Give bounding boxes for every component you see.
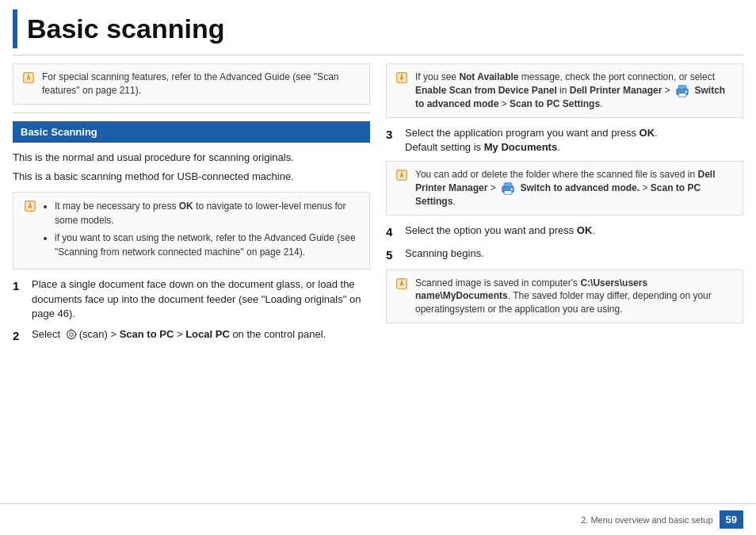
pencil-icon-3 xyxy=(395,71,409,87)
section-header: Basic Scanning xyxy=(13,121,370,143)
step-5-text: Scanning begins. xyxy=(405,246,484,261)
pencil-icon xyxy=(21,71,36,87)
left-column: For special scanning features, refer to … xyxy=(13,63,370,350)
step-3-row: 3 Select the application program you wan… xyxy=(386,126,743,155)
step-1-text: Place a single document face down on the… xyxy=(32,277,370,321)
step-2-number: 2 xyxy=(13,327,25,344)
bottom-bar: 2. Menu overview and basic setup 59 xyxy=(0,503,756,535)
intro-text-1: This is the normal and usual procedure f… xyxy=(13,151,370,165)
printer-icon-2 xyxy=(500,182,516,195)
svg-rect-17 xyxy=(504,183,512,187)
bullet-note-box: It may be necessary to press OK to navig… xyxy=(13,192,370,269)
right-column: If you see Not Available message, check … xyxy=(386,63,743,350)
printer-icon-1 xyxy=(674,85,690,97)
section-divider xyxy=(13,113,370,113)
svg-rect-18 xyxy=(504,190,512,194)
bullet-item-1: It may be necessary to press OK to navig… xyxy=(55,199,360,227)
svg-point-19 xyxy=(511,188,513,189)
right-note2: You can add or delete the folder where t… xyxy=(386,161,743,215)
step-5-row: 5 Scanning begins. xyxy=(386,246,743,263)
step-3-number: 3 xyxy=(386,126,399,143)
step-4-number: 4 xyxy=(386,224,399,240)
step-2-text: Select (scan) > Scan to PC > Local PC on… xyxy=(32,327,326,342)
pencil-icon-5 xyxy=(395,277,409,293)
page-title-bar: Basic scanning xyxy=(13,10,743,48)
step-1-row: 1 Place a single document face down on t… xyxy=(13,277,370,321)
bullet-item-2: if you want to scan using the network, r… xyxy=(55,231,360,259)
bullet-list: It may be necessary to press OK to navig… xyxy=(44,199,360,262)
left-note1: For special scanning features, refer to … xyxy=(13,63,370,105)
right-note1-text: If you see Not Available message, check … xyxy=(415,71,735,110)
scan-icon xyxy=(64,329,78,340)
pencil-icon-2 xyxy=(23,199,37,216)
step-4-text: Select the option you want and press OK. xyxy=(405,224,595,238)
page-title: Basic scanning xyxy=(27,14,743,44)
right-note2-text: You can add or delete the folder where t… xyxy=(415,168,715,208)
intro-text-2: This is a basic scanning method for USB-… xyxy=(13,170,370,184)
svg-point-4 xyxy=(67,331,75,339)
footer-text: 2. Menu overview and basic setup xyxy=(581,515,712,525)
page-number-badge: 59 xyxy=(720,510,743,529)
svg-rect-12 xyxy=(678,93,686,97)
step-1-number: 1 xyxy=(13,277,25,294)
right-note1: If you see Not Available message, check … xyxy=(386,63,743,117)
left-note1-text: For special scanning features, refer to … xyxy=(42,71,361,97)
svg-point-13 xyxy=(685,91,687,93)
step-5-number: 5 xyxy=(386,246,399,263)
svg-rect-11 xyxy=(678,86,686,90)
svg-point-5 xyxy=(69,333,73,337)
step-3-text: Select the application program you want … xyxy=(405,126,658,155)
step-2-row: 2 Select (scan) > Scan to PC > Local PC … xyxy=(13,327,370,344)
pencil-icon-4 xyxy=(395,168,409,185)
right-note3: Scanned image is saved in computer's C:\… xyxy=(386,269,743,323)
step-4-row: 4 Select the option you want and press O… xyxy=(386,224,743,240)
right-note3-text: Scanned image is saved in computer's C:\… xyxy=(415,277,735,316)
title-divider xyxy=(13,55,743,55)
